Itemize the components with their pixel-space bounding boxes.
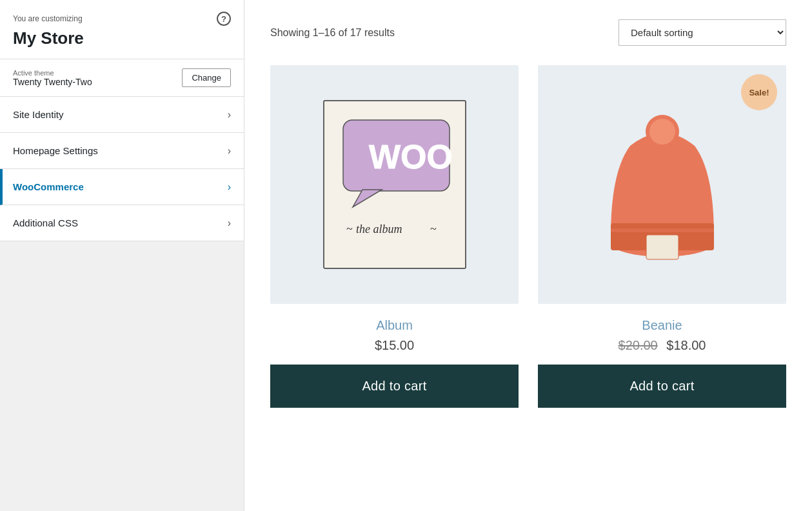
beanie-sale-price: $18.00 [666, 338, 706, 352]
svg-text:the    album: the album [356, 223, 402, 235]
chevron-right-icon: › [228, 217, 231, 229]
svg-point-12 [649, 119, 675, 145]
change-theme-button[interactable]: Change [182, 68, 231, 87]
chevron-right-icon: › [228, 109, 231, 121]
chevron-right-icon: › [228, 145, 231, 157]
svg-text:WOO: WOO [369, 138, 453, 175]
product-name-album: Album [376, 318, 413, 333]
svg-rect-10 [646, 235, 678, 259]
sidebar-item-site-identity[interactable]: Site Identity › [0, 97, 244, 133]
svg-rect-9 [611, 228, 714, 232]
beanie-svg [579, 88, 746, 281]
store-title: My Store [13, 28, 231, 48]
active-theme-label: Active theme [13, 69, 92, 77]
store-header: Showing 1–16 of 17 results Default sorti… [270, 19, 786, 46]
beanie-original-price: $20.00 [619, 338, 658, 352]
results-text: Showing 1–16 of 17 results [270, 27, 395, 39]
album-price: $15.00 [375, 338, 414, 352]
sidebar-item-woocommerce[interactable]: WooCommerce › [0, 169, 244, 205]
sidebar-item-homepage-settings[interactable]: Homepage Settings › [0, 133, 244, 169]
sidebar-item-label: Additional CSS [13, 217, 78, 228]
add-to-cart-beanie[interactable]: Add to cart [538, 365, 786, 408]
album-svg: WOO the album ~ ~ [311, 88, 479, 281]
chevron-right-icon: › [228, 181, 231, 193]
product-image-beanie: Sale! [538, 65, 786, 304]
products-grid: WOO the album ~ ~ Album $15.00 Add to ca… [270, 65, 786, 408]
sidebar-header: You are customizing ? My Store [0, 0, 244, 59]
help-icon[interactable]: ? [217, 12, 231, 26]
product-price-album: $15.00 [375, 338, 414, 353]
sidebar-item-label: WooCommerce [13, 181, 84, 192]
sidebar: You are customizing ? My Store Active th… [0, 0, 244, 511]
product-image-album: WOO the album ~ ~ [270, 65, 519, 304]
sidebar-item-label: Homepage Settings [13, 145, 98, 156]
product-price-beanie: $20.00 $18.00 [619, 338, 706, 353]
svg-text:~: ~ [346, 223, 353, 235]
add-to-cart-album[interactable]: Add to cart [270, 365, 519, 408]
svg-text:~: ~ [430, 223, 437, 235]
active-theme-name: Twenty Twenty-Two [13, 77, 92, 87]
main-content: Showing 1–16 of 17 results Default sorti… [244, 0, 812, 511]
nav-items: Site Identity › Homepage Settings › WooC… [0, 97, 244, 511]
sidebar-item-label: Site Identity [13, 109, 63, 120]
product-card-album: WOO the album ~ ~ Album $15.00 Add to ca… [270, 65, 519, 408]
customizing-label: You are customizing [13, 14, 83, 23]
sale-badge: Sale! [741, 74, 777, 110]
product-name-beanie: Beanie [642, 318, 682, 333]
sidebar-item-additional-css[interactable]: Additional CSS › [0, 205, 244, 241]
product-card-beanie: Sale! Beanie [538, 65, 786, 408]
sort-select[interactable]: Default sorting Sort by popularity Sort … [619, 19, 786, 46]
active-theme-bar: Active theme Twenty Twenty-Two Change [0, 59, 244, 97]
